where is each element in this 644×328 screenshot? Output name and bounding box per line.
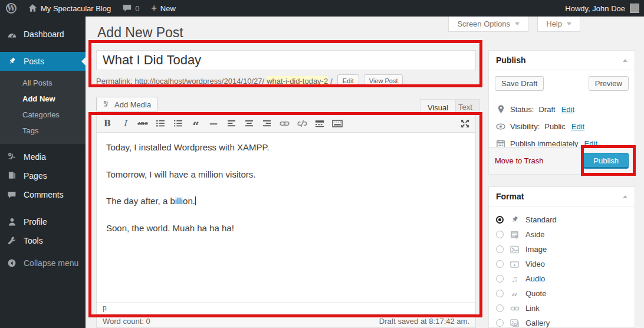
help-tab[interactable]: Help xyxy=(537,17,580,32)
format-option-video[interactable]: Video xyxy=(496,257,627,271)
edit-permalink-button[interactable]: Edit xyxy=(337,74,359,87)
bold-icon[interactable]: B xyxy=(99,116,116,130)
edit-visibility-link[interactable]: Edit xyxy=(571,122,584,131)
collapse-menu-button[interactable]: Collapse menu xyxy=(0,254,86,273)
format-label: Video xyxy=(525,260,545,268)
howdy-account-link[interactable]: Howdy, John Doe xyxy=(565,4,625,13)
editor-toolbar: B I ABC “ — xyxy=(97,114,475,133)
publish-button[interactable]: Publish xyxy=(583,153,629,169)
video-icon xyxy=(509,260,520,268)
format-option-aside[interactable]: Aside xyxy=(496,227,627,242)
sidebar-item-label: Dashboard xyxy=(24,29,64,39)
move-to-trash-link[interactable]: Move to Trash xyxy=(495,156,543,165)
sidebar-item-label: Media xyxy=(24,152,46,162)
tab-visual[interactable]: Visual xyxy=(420,99,456,115)
remove-link-icon[interactable] xyxy=(294,116,310,130)
sidebar-item-tools[interactable]: Tools xyxy=(0,231,86,250)
sidebar-subitem-add-new[interactable]: Add New xyxy=(0,91,86,107)
radio-link[interactable] xyxy=(496,304,504,312)
collapse-toggle-icon[interactable] xyxy=(623,59,627,62)
format-option-standard[interactable]: Standard xyxy=(496,212,627,227)
media-icon xyxy=(6,152,18,162)
radio-standard[interactable] xyxy=(496,216,504,224)
word-count: Word count: 0 xyxy=(103,317,150,326)
new-content-menu[interactable]: + New xyxy=(145,0,181,17)
sidebar-item-profile[interactable]: Profile xyxy=(0,212,86,231)
pushpin-icon xyxy=(6,57,18,66)
format-option-image[interactable]: Image xyxy=(496,242,627,257)
format-option-gallery[interactable]: Gallery xyxy=(496,316,627,328)
strikethrough-icon[interactable]: ABC xyxy=(134,116,151,130)
sidebar-item-label: Posts xyxy=(24,57,44,66)
bulleted-list-icon[interactable] xyxy=(152,116,169,130)
comments-shortcut[interactable]: 0 xyxy=(117,0,145,17)
sidebar-item-dashboard[interactable]: Dashboard xyxy=(0,25,86,44)
admin-bar: W My Spectacular Blog 0 + New Howdy, Joh… xyxy=(0,0,644,17)
sidebar-item-media[interactable]: Media xyxy=(0,147,86,166)
insert-link-icon[interactable] xyxy=(276,116,293,130)
format-box-header[interactable]: Format xyxy=(489,187,635,206)
avatar[interactable] xyxy=(630,4,639,13)
plus-icon: + xyxy=(151,3,156,14)
add-media-button[interactable]: Add Media xyxy=(96,97,157,112)
format-label: Audio xyxy=(525,274,545,283)
sidebar-item-label: Profile xyxy=(24,217,47,227)
radio-quote[interactable] xyxy=(496,290,504,297)
radio-aside[interactable] xyxy=(496,231,504,238)
post-title-input[interactable] xyxy=(96,50,476,70)
pages-icon xyxy=(6,171,18,181)
site-name-label: My Spectacular Blog xyxy=(41,4,111,13)
screen-options-tab[interactable]: Screen Options xyxy=(448,17,528,32)
sidebar-subitem-all-posts[interactable]: All Posts xyxy=(0,75,86,91)
radio-audio[interactable] xyxy=(496,275,504,283)
draft-saved-status: Draft saved at 8:17:42 am. xyxy=(379,317,469,326)
radio-video[interactable] xyxy=(496,260,504,268)
format-label: Quote xyxy=(525,289,546,298)
wordpress-logo-menu[interactable]: W xyxy=(0,0,22,17)
post-status-pin-icon xyxy=(496,105,505,114)
sidebar-item-comments[interactable]: Comments xyxy=(0,185,86,204)
horizontal-rule-icon[interactable]: — xyxy=(205,116,222,130)
publish-box-header[interactable]: Publish xyxy=(489,51,635,70)
edit-status-link[interactable]: Edit xyxy=(561,105,574,114)
pushpin-icon xyxy=(509,215,520,224)
save-draft-button[interactable]: Save Draft xyxy=(495,76,544,91)
permalink-slug: what-i-did-today-2 xyxy=(267,76,328,86)
collapse-arrow-icon xyxy=(6,258,18,268)
site-name-link[interactable]: My Spectacular Blog xyxy=(22,0,117,17)
blockquote-icon[interactable]: “ xyxy=(188,116,204,130)
format-option-audio[interactable]: ♫ Audio xyxy=(496,271,627,286)
sidebar-subitem-tags[interactable]: Tags xyxy=(0,123,86,139)
posts-submenu: All Posts Add New Categories Tags xyxy=(0,71,86,144)
image-icon xyxy=(509,245,520,254)
visibility-label: Visibility: xyxy=(510,122,540,131)
radio-gallery[interactable] xyxy=(496,319,504,327)
distraction-free-icon[interactable] xyxy=(456,116,473,130)
toolbar-toggle-icon[interactable] xyxy=(329,116,346,130)
numbered-list-icon[interactable] xyxy=(170,116,186,130)
sidebar-item-posts[interactable]: Posts xyxy=(0,52,86,71)
align-right-icon[interactable] xyxy=(258,116,275,130)
align-left-icon[interactable] xyxy=(223,116,239,130)
publish-box-title: Publish xyxy=(496,55,526,65)
italic-icon[interactable]: I xyxy=(117,116,133,130)
sidebar-subitem-categories[interactable]: Categories xyxy=(0,107,86,123)
collapse-toggle-icon[interactable] xyxy=(623,195,627,198)
comment-count: 0 xyxy=(135,4,139,13)
more-tag-icon[interactable] xyxy=(311,116,328,130)
editor-paragraph: Today, I installed Wordpress with XAMPP. xyxy=(106,141,466,155)
text-cursor xyxy=(195,196,196,205)
editor-paragraph: The day after, a billion. xyxy=(106,195,466,208)
admin-sidebar: Dashboard Posts All Posts Add New Catego… xyxy=(0,17,86,328)
radio-image[interactable] xyxy=(496,245,504,253)
sidebar-item-pages[interactable]: Pages xyxy=(0,166,86,185)
align-center-icon[interactable] xyxy=(241,116,257,130)
current-menu-arrow xyxy=(81,57,86,65)
editor-path-indicator[interactable]: p xyxy=(97,302,475,314)
format-option-quote[interactable]: “ Quote xyxy=(496,286,627,301)
format-label: Aside xyxy=(525,230,545,239)
status-value: Draft xyxy=(538,105,555,114)
preview-button[interactable]: Preview xyxy=(589,76,629,91)
editor-content-area[interactable]: Today, I installed Wordpress with XAMPP.… xyxy=(97,133,475,303)
view-post-button[interactable]: View Post xyxy=(364,74,403,87)
